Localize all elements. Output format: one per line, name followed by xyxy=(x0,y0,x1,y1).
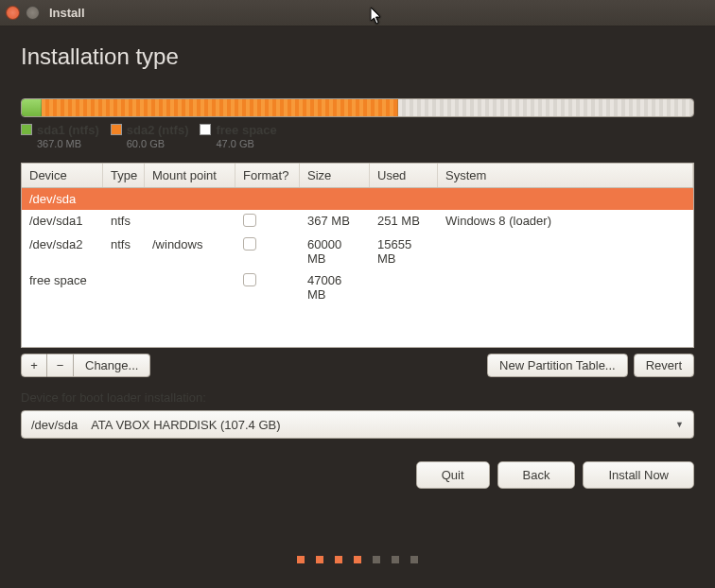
pager-dot[interactable] xyxy=(373,556,380,563)
table-cell xyxy=(103,269,145,305)
table-cell xyxy=(438,233,693,269)
table-cell xyxy=(438,269,693,305)
bootloader-label: Device for boot loader installation: xyxy=(21,390,694,405)
table-cell: 367 MB xyxy=(300,210,370,233)
table-row[interactable]: /dev/sda2ntfs/windows60000 MB15655 MB xyxy=(22,233,693,269)
table-cell: 47006 MB xyxy=(300,269,370,305)
table-cell xyxy=(103,188,145,210)
table-cell: 15655 MB xyxy=(370,233,438,269)
back-button[interactable]: Back xyxy=(497,461,576,489)
legend-size: 367.0 MB xyxy=(37,138,99,149)
chevron-down-icon: ▼ xyxy=(675,420,684,429)
table-cell xyxy=(300,188,370,210)
format-checkbox[interactable] xyxy=(243,237,256,251)
legend-item-free: free space 47.0 GB xyxy=(200,123,276,149)
legend-label: sda2 (ntfs) xyxy=(127,123,189,137)
col-mountpoint[interactable]: Mount point xyxy=(145,164,235,187)
table-cell xyxy=(145,210,235,233)
table-cell: free space xyxy=(22,269,103,305)
table-header: Device Type Mount point Format? Size Use… xyxy=(22,164,693,188)
table-cell xyxy=(145,188,235,210)
change-partition-button[interactable]: Change... xyxy=(74,354,150,377)
window-title: Install xyxy=(49,6,85,20)
partition-segment-sda2[interactable] xyxy=(42,99,397,116)
bootloader-desc: ATA VBOX HARDDISK (107.4 GB) xyxy=(91,418,280,432)
partition-toolbar: + − Change... New Partition Table... Rev… xyxy=(21,354,694,377)
remove-partition-button[interactable]: − xyxy=(47,354,74,377)
col-size[interactable]: Size xyxy=(300,164,370,187)
legend-item-sda2: sda2 (ntfs) 60.0 GB xyxy=(111,123,189,149)
pager-dot[interactable] xyxy=(354,556,361,563)
format-checkbox[interactable] xyxy=(243,273,256,286)
col-used[interactable]: Used xyxy=(370,164,438,187)
table-cell xyxy=(370,269,438,305)
step-pager xyxy=(0,531,715,588)
table-cell: ntfs xyxy=(103,210,145,233)
table-cell: 251 MB xyxy=(370,210,438,233)
add-partition-button[interactable]: + xyxy=(21,354,47,377)
table-cell: /windows xyxy=(145,233,235,269)
table-row[interactable]: /dev/sda1ntfs367 MB251 MBWindows 8 (load… xyxy=(22,210,693,233)
table-cell: Windows 8 (loader) xyxy=(438,210,693,233)
legend-label: sda1 (ntfs) xyxy=(37,123,99,137)
table-cell xyxy=(235,210,300,233)
pager-dot[interactable] xyxy=(297,556,305,563)
revert-button[interactable]: Revert xyxy=(634,354,694,377)
install-now-button[interactable]: Install Now xyxy=(583,461,694,489)
format-checkbox[interactable] xyxy=(243,214,256,227)
partition-segment-sda1[interactable] xyxy=(22,99,42,116)
table-cell: /dev/sda xyxy=(22,188,103,210)
legend-item-sda1: sda1 (ntfs) 367.0 MB xyxy=(21,123,99,149)
partition-table: Device Type Mount point Format? Size Use… xyxy=(21,163,694,348)
col-device[interactable]: Device xyxy=(22,164,103,187)
pager-dot[interactable] xyxy=(316,556,323,563)
table-cell xyxy=(145,269,235,305)
pager-dot[interactable] xyxy=(410,556,418,563)
table-cell: ntfs xyxy=(103,233,145,269)
table-cell xyxy=(235,188,300,210)
col-system[interactable]: System xyxy=(438,164,693,187)
swatch-icon xyxy=(21,124,32,135)
pager-dot[interactable] xyxy=(335,556,342,563)
table-cell xyxy=(438,188,693,210)
table-cell: 60000 MB xyxy=(300,233,370,269)
page-title: Installation type xyxy=(21,43,694,70)
table-cell: /dev/sda2 xyxy=(22,233,103,269)
bootloader-device-select[interactable]: /dev/sda ATA VBOX HARDDISK (107.4 GB) ▼ xyxy=(21,410,694,439)
table-cell xyxy=(235,233,300,269)
minimize-icon[interactable] xyxy=(26,6,40,20)
partition-segment-free[interactable] xyxy=(398,99,693,116)
swatch-icon xyxy=(111,124,122,135)
col-type[interactable]: Type xyxy=(103,164,145,187)
swatch-icon xyxy=(200,124,211,135)
col-format[interactable]: Format? xyxy=(235,164,300,187)
legend-label: free space xyxy=(216,123,276,137)
disk-legend: sda1 (ntfs) 367.0 MB sda2 (ntfs) 60.0 GB… xyxy=(21,123,694,149)
new-partition-table-button[interactable]: New Partition Table... xyxy=(487,354,628,377)
table-row[interactable]: free space47006 MB xyxy=(22,269,693,305)
pager-dot[interactable] xyxy=(392,556,399,563)
close-icon[interactable] xyxy=(6,6,20,20)
quit-button[interactable]: Quit xyxy=(416,461,490,489)
legend-size: 47.0 GB xyxy=(216,138,276,149)
titlebar: Install xyxy=(0,0,715,26)
disk-usage-bar xyxy=(21,98,694,117)
table-row[interactable]: /dev/sda xyxy=(22,188,693,210)
legend-size: 60.0 GB xyxy=(127,138,189,149)
table-cell: /dev/sda1 xyxy=(22,210,103,233)
table-cell xyxy=(235,269,300,305)
bootloader-device: /dev/sda xyxy=(31,418,78,432)
table-cell xyxy=(370,188,438,210)
wizard-actions: Quit Back Install Now xyxy=(21,461,694,489)
